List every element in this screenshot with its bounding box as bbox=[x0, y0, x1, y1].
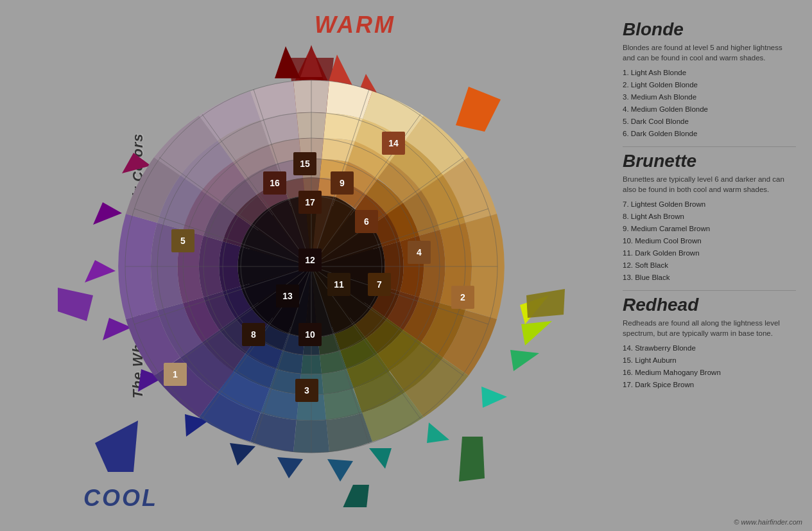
divider-1 bbox=[623, 146, 796, 147]
list-item: 9. Medium Caramel Brown bbox=[623, 223, 796, 235]
redhead-list: 14. Strawberry Blonde 15. Light Auburn 1… bbox=[623, 342, 796, 391]
list-item: 11. Dark Golden Brown bbox=[623, 247, 796, 259]
brunette-desc: Brunettes are typically level 6 and dark… bbox=[623, 174, 796, 195]
svg-text:9: 9 bbox=[340, 178, 345, 188]
list-item: 17. Dark Spice Brown bbox=[623, 379, 796, 391]
svg-marker-9 bbox=[510, 350, 539, 371]
svg-marker-87 bbox=[456, 87, 501, 132]
blonde-section: Blonde Blondes are found at level 5 and … bbox=[623, 19, 796, 140]
brunette-title: Brunette bbox=[623, 151, 796, 171]
svg-text:11: 11 bbox=[334, 279, 344, 290]
svg-text:12: 12 bbox=[305, 255, 315, 265]
svg-text:5: 5 bbox=[180, 236, 186, 246]
svg-marker-12 bbox=[369, 448, 392, 469]
svg-marker-14 bbox=[277, 457, 303, 478]
svg-marker-11 bbox=[427, 422, 449, 443]
redhead-title: Redhead bbox=[623, 295, 796, 315]
list-item: 3. Medium Ash Blonde bbox=[623, 91, 796, 103]
list-item: 15. Light Auburn bbox=[623, 354, 796, 367]
brunette-list: 7. Lightest Golden Brown 8. Light Ash Br… bbox=[623, 198, 796, 284]
list-item: 6. Dark Golden Blonde bbox=[623, 128, 796, 140]
svg-marker-86 bbox=[526, 289, 565, 318]
blonde-title: Blonde bbox=[623, 19, 796, 40]
svg-text:2: 2 bbox=[460, 292, 465, 302]
svg-text:10: 10 bbox=[305, 329, 315, 340]
svg-text:6: 6 bbox=[364, 216, 369, 227]
list-item: 7. Lightest Golden Brown bbox=[623, 198, 796, 211]
divider-2 bbox=[623, 290, 796, 291]
list-item: 4. Medium Golden Blonde bbox=[623, 103, 796, 116]
list-item: 14. Strawberry Blonde bbox=[623, 342, 796, 354]
svg-text:13: 13 bbox=[282, 291, 293, 301]
svg-text:1: 1 bbox=[173, 369, 178, 379]
svg-text:7: 7 bbox=[377, 279, 382, 290]
blonde-desc: Blondes are found at level 5 and higher … bbox=[623, 42, 796, 63]
right-panel: Blonde Blondes are found at level 5 and … bbox=[613, 13, 806, 520]
svg-text:16: 16 bbox=[270, 178, 280, 188]
svg-text:4: 4 bbox=[417, 247, 422, 257]
list-item: 5. Dark Cool Blonde bbox=[623, 116, 796, 128]
list-item: 13. Blue Black bbox=[623, 272, 796, 284]
svg-marker-20 bbox=[93, 202, 122, 225]
copyright: © www.hairfinder.com bbox=[734, 518, 802, 526]
brunette-section: Brunette Brunettes are typically level 6… bbox=[623, 151, 796, 284]
wheel-container: 15 16 9 17 6 12 11 bbox=[32, 19, 591, 514]
svg-marker-13 bbox=[327, 459, 353, 482]
list-item: 12. Soft Black bbox=[623, 259, 796, 272]
svg-marker-85 bbox=[459, 437, 485, 482]
svg-marker-82 bbox=[95, 421, 138, 472]
svg-marker-84 bbox=[340, 485, 369, 507]
svg-marker-15 bbox=[230, 443, 255, 466]
svg-marker-19 bbox=[85, 260, 116, 283]
svg-marker-8 bbox=[521, 321, 552, 345]
list-item: 10. Medium Cool Brown bbox=[623, 235, 796, 247]
blonde-list: 1. Light Ash Blonde 2. Light Golden Blon… bbox=[623, 67, 796, 140]
list-item: 2. Light Golden Blonde bbox=[623, 79, 796, 91]
svg-text:15: 15 bbox=[300, 159, 310, 169]
redhead-section: Redhead Redheads are found all along the… bbox=[623, 295, 796, 391]
svg-text:8: 8 bbox=[251, 329, 256, 340]
svg-marker-83 bbox=[58, 288, 93, 321]
list-item: 16. Medium Mahogany Brown bbox=[623, 367, 796, 379]
list-item: 8. Light Ash Brown bbox=[623, 211, 796, 223]
svg-marker-10 bbox=[481, 387, 507, 408]
list-item: 1. Light Ash Blonde bbox=[623, 67, 796, 79]
svg-text:3: 3 bbox=[304, 385, 309, 396]
svg-text:17: 17 bbox=[305, 197, 315, 207]
redhead-desc: Redheads are found all along the lightne… bbox=[623, 318, 796, 338]
svg-text:14: 14 bbox=[388, 138, 399, 148]
